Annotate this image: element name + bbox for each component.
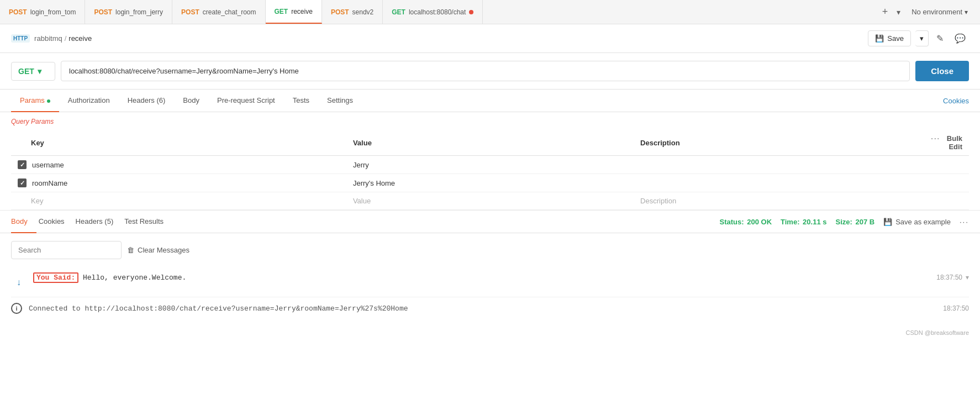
param-key-value[interactable]: roomName	[32, 179, 67, 187]
three-dots-icon[interactable]: ···	[931, 134, 940, 143]
url-input[interactable]	[61, 61, 910, 81]
tab-body-label: Body	[183, 96, 199, 104]
bulk-edit-button[interactable]: Bulk Edit	[947, 134, 962, 151]
response-status: Status: 200 OK	[720, 218, 772, 226]
method-label: POST	[181, 8, 199, 16]
param-value-placeholder[interactable]: Value	[346, 192, 634, 210]
resp-tab-test-results[interactable]: Test Results	[124, 211, 172, 233]
response-time: Time: 20.11 s	[781, 218, 826, 226]
tab-create-chat-room[interactable]: POST create_chat_room	[172, 0, 265, 24]
param-action-placeholder	[921, 192, 969, 210]
resp-tab-body[interactable]: Body	[11, 211, 36, 233]
param-checkbox[interactable]	[18, 160, 27, 169]
col-header-key: Key	[11, 130, 346, 156]
message-content: You Said: Hello, everyone.Welcome.	[33, 274, 936, 282]
tab-tests-label: Tests	[293, 96, 309, 104]
param-action-cell	[921, 156, 969, 174]
param-desc-cell[interactable]	[634, 174, 921, 192]
param-checkbox[interactable]	[18, 179, 27, 187]
http-icon: HTTP	[11, 34, 30, 43]
message-timestamp: 18:37:50	[936, 274, 962, 281]
breadcrumb-actions: 💾 Save ▾ ✎ 💬	[868, 30, 969, 47]
watermark: CSDN @breaksoftware	[0, 327, 980, 338]
params-dot	[47, 99, 50, 103]
status-value: 200 OK	[747, 218, 772, 226]
param-value-cell[interactable]: Jerry's Home	[346, 174, 634, 192]
tab-authorization[interactable]: Authorization	[59, 90, 119, 112]
expand-icon[interactable]: ▾	[966, 274, 969, 281]
cookies-link[interactable]: Cookies	[943, 90, 969, 112]
tab-pre-request[interactable]: Pre-request Script	[208, 90, 284, 112]
edit-button[interactable]: ✎	[933, 30, 947, 47]
param-action-cell	[921, 174, 969, 192]
method-chevron-icon: ▾	[38, 67, 41, 76]
tab-headers-label: Headers (6)	[128, 96, 166, 104]
close-button[interactable]: Close	[915, 61, 969, 81]
tab-params-label: Params	[20, 96, 45, 104]
breadcrumb-bar: HTTP rabbitmq / receive 💾 Save ▾ ✎ 💬	[0, 24, 980, 53]
method-label: GET	[392, 8, 405, 16]
resp-tab-headers[interactable]: Headers (5)	[76, 211, 123, 233]
param-key-value[interactable]: username	[32, 161, 64, 169]
tab-receive[interactable]: GET receive	[266, 0, 322, 24]
search-bar: 🗑 Clear Messages	[11, 241, 969, 259]
tab-localhost-chat[interactable]: GET localhost:8080/chat	[383, 0, 483, 24]
url-bar: GET ▾ Close	[0, 53, 980, 90]
tab-login-from-tom[interactable]: POST login_from_tom	[0, 0, 85, 24]
param-desc-placeholder[interactable]: Description	[634, 192, 921, 210]
search-input[interactable]	[11, 241, 122, 259]
param-key-cell: username	[11, 156, 346, 174]
tab-login-from-jerry[interactable]: POST login_from_jerry	[85, 0, 172, 24]
save-example-button[interactable]: 💾 Save as example	[883, 218, 951, 226]
breadcrumb-parent[interactable]: rabbitmq	[34, 34, 62, 43]
status-prefix: Status:	[720, 218, 744, 226]
tab-headers[interactable]: Headers (6)	[119, 90, 175, 112]
param-desc-cell[interactable]	[634, 156, 921, 174]
tab-label: login_from_jerry	[115, 8, 163, 16]
response-body: 🗑 Clear Messages ↓ You Said: Hello, ever…	[0, 233, 980, 327]
tab-params[interactable]: Params	[11, 90, 59, 112]
tab-label: localhost:8080/chat	[409, 8, 466, 16]
tab-label: sendv2	[352, 8, 374, 16]
tab-label: login_from_tom	[30, 8, 76, 16]
param-key-placeholder[interactable]: Key	[11, 192, 346, 210]
tab-label: create_chat_room	[203, 8, 256, 16]
resp-tab-cookies[interactable]: Cookies	[39, 211, 73, 233]
env-label: No environment	[911, 8, 962, 16]
info-icon: i	[11, 303, 22, 314]
method-label: POST	[331, 8, 349, 16]
method-label: POST	[9, 8, 27, 16]
tab-body[interactable]: Body	[174, 90, 208, 112]
message-item: ↓ You Said: Hello, everyone.Welcome. 18:…	[11, 267, 969, 297]
more-options-button[interactable]: ···	[960, 218, 969, 226]
you-said-label: You Said:	[33, 272, 78, 283]
message-time: 18:37:50 ▾	[936, 274, 969, 281]
tab-dropdown-button[interactable]: ▾	[894, 6, 903, 19]
connected-text: Connected to http://localhost:8080/chat/…	[29, 305, 408, 313]
env-selector[interactable]: No environment ▾	[905, 8, 974, 16]
param-value-cell[interactable]: Jerry	[346, 156, 634, 174]
resp-tab-body-label: Body	[11, 217, 28, 225]
tab-authorization-label: Authorization	[68, 96, 110, 104]
tab-tests[interactable]: Tests	[284, 90, 318, 112]
response-size: Size: 207 B	[835, 218, 874, 226]
env-chevron-icon: ▾	[965, 8, 968, 16]
add-tab-button[interactable]: +	[878, 4, 893, 20]
table-row: roomName Jerry's Home	[11, 174, 969, 192]
param-key-cell: roomName	[11, 174, 346, 192]
save-button[interactable]: 💾 Save	[868, 30, 911, 46]
comment-button[interactable]: 💬	[951, 30, 969, 47]
params-section: Query Params Key Value Description ··· B…	[0, 112, 980, 210]
col-header-value: Value	[346, 130, 634, 156]
size-value: 207 B	[855, 218, 874, 226]
tab-sendv2[interactable]: POST sendv2	[322, 0, 383, 24]
download-icon: ↓	[11, 275, 27, 290]
save-dropdown-button[interactable]: ▾	[915, 30, 929, 46]
save-label: Save	[887, 34, 904, 43]
method-label: POST	[94, 8, 112, 16]
col-header-description: Description	[634, 130, 921, 156]
tab-settings[interactable]: Settings	[318, 90, 362, 112]
clear-messages-button[interactable]: 🗑 Clear Messages	[127, 246, 189, 254]
method-select[interactable]: GET ▾	[11, 62, 55, 81]
resp-tab-cookies-label: Cookies	[39, 217, 65, 225]
